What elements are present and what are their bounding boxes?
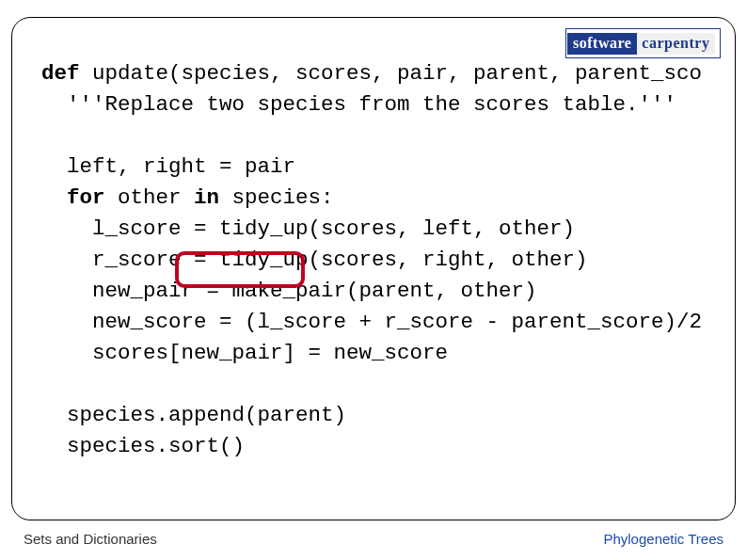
code-line-5: l_score = tidy_up(scores, left, other) (41, 216, 575, 241)
code-block: def update(species, scores, pair, parent… (41, 58, 702, 462)
code-line-9: scores[new_pair] = new_score (41, 341, 448, 365)
logo-right-text: carpentry (637, 33, 715, 55)
footer-left: Sets and Dictionaries (24, 531, 157, 547)
slide-container: software carpentry def update(species, s… (0, 0, 747, 560)
keyword-def: def (41, 61, 80, 86)
code-line-3: left, right = pair (41, 154, 295, 179)
keyword-for: for (41, 185, 105, 210)
logo: software carpentry (565, 28, 721, 58)
highlight-ring (175, 251, 305, 288)
code-line-4-rest: species: (219, 185, 334, 210)
code-line-2: '''Replace two species from the scores t… (41, 92, 676, 117)
code-line-11: species.sort() (41, 434, 245, 458)
keyword-in: in (194, 185, 219, 210)
code-line-1: update(species, scores, pair, parent, pa… (80, 61, 703, 86)
code-line-6: r_score = tidy_up(scores, right, other) (41, 248, 588, 272)
logo-left-text: software (567, 33, 637, 55)
code-line-10: species.append(parent) (41, 403, 346, 427)
code-line-8: new_score = (l_score + r_score - parent_… (41, 310, 702, 334)
footer-right: Phylogenetic Trees (603, 531, 723, 547)
code-line-4-mid: other (105, 185, 195, 210)
